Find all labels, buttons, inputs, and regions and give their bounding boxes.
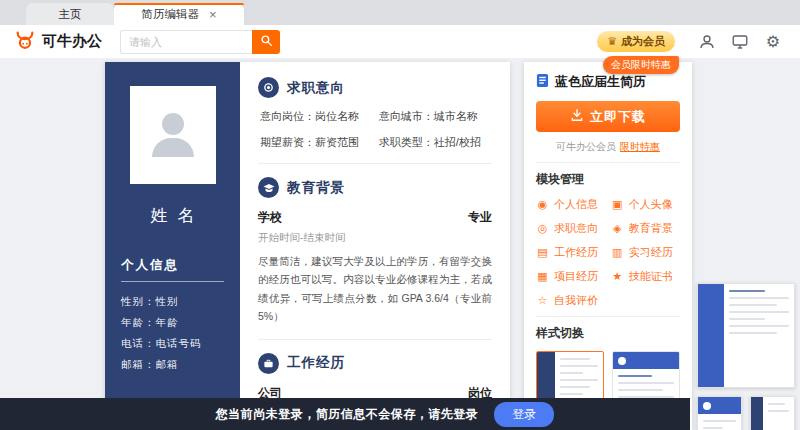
panel-divider <box>536 316 680 317</box>
download-icon <box>570 108 584 125</box>
module-item-certificates[interactable]: ★技能证书 <box>611 269 680 284</box>
self-evaluation-module-icon: ☆ <box>536 294 549 307</box>
intent-type-field[interactable]: 求职类型：社招/校招 <box>379 135 492 150</box>
app-window: 主页 简历编辑器 × 可牛办公 ♛ 成为会员 <box>0 0 800 430</box>
login-notice-text: 您当前尚未登录，简历信息不会保存，请先登录 <box>216 406 479 423</box>
certificates-module-icon: ★ <box>611 270 624 283</box>
login-notice-bar: 您当前尚未登录，简历信息不会保存，请先登录 登录 <box>0 398 690 430</box>
tab-home-label: 主页 <box>59 7 82 22</box>
resume-sidebar: 姓名 个人信息 性别：性别 年龄：年龄 电话：电话号码 邮箱：邮箱 技能证书 <box>105 62 240 430</box>
person-body-icon <box>152 138 194 157</box>
search-box <box>120 30 280 54</box>
app-header: 可牛办公 ♛ 成为会员 会员限时特惠 ⚙ <box>0 25 800 58</box>
search-input[interactable] <box>120 30 252 54</box>
module-item-internship[interactable]: ▥实习经历 <box>611 245 680 260</box>
template-name: 蓝色应届生简历 <box>555 73 646 91</box>
module-item-job-intent[interactable]: ◎求职意向 <box>536 221 609 236</box>
member-area: ♛ 成为会员 会员限时特惠 <box>597 31 675 52</box>
intent-position-field[interactable]: 意向岗位：岗位名称 <box>260 109 379 124</box>
school-field[interactable]: 学校 <box>258 209 282 226</box>
module-label: 教育背景 <box>629 221 673 236</box>
module-item-self-evaluation[interactable]: ☆自我评价 <box>536 293 609 308</box>
member-promo-tooltip: 会员限时特惠 <box>603 56 679 74</box>
gender-field[interactable]: 性别：性别 <box>121 291 224 312</box>
phone-field[interactable]: 电话：电话号码 <box>121 333 224 354</box>
tab-editor-label: 简历编辑器 <box>141 7 199 22</box>
module-label: 自我评价 <box>554 293 598 308</box>
user-avatar-icon[interactable] <box>694 29 720 55</box>
project-module-icon: ▦ <box>536 270 549 283</box>
style-preview-column <box>697 283 795 430</box>
tools-panel: 蓝色应届生简历 立即下载 可牛办公会员限时特惠 模块管理 ◉个人信息 ▣个人头像… <box>524 62 692 430</box>
member-note-text: 可牛办公会员 <box>556 141 616 152</box>
module-item-avatar[interactable]: ▣个人头像 <box>611 197 680 212</box>
become-member-label: 成为会员 <box>621 34 665 49</box>
monitor-icon[interactable] <box>727 29 753 55</box>
member-note: 可牛办公会员限时特惠 <box>536 140 680 154</box>
age-field[interactable]: 年龄：年龄 <box>121 312 224 333</box>
module-label: 个人头像 <box>629 197 673 212</box>
education-title: 教育背景 <box>287 179 345 197</box>
module-label: 个人信息 <box>554 197 598 212</box>
module-grid: ◉个人信息 ▣个人头像 ◎求职意向 ◈教育背景 ▤工作经历 ▥实习经历 ▦项目经… <box>536 197 680 308</box>
work-title: 工作经历 <box>287 354 345 372</box>
major-field[interactable]: 专业 <box>468 209 492 226</box>
avatar-module-icon: ▣ <box>611 198 624 211</box>
settings-gear-icon[interactable]: ⚙ <box>760 29 786 55</box>
education-dates-field[interactable]: 开始时间-结束时间 <box>258 231 492 245</box>
job-intent-module-icon: ◎ <box>536 222 549 235</box>
resume-body: 求职意向 意向岗位：岗位名称 意向城市：城市名称 期望薪资：薪资范围 求职类型：… <box>240 62 510 430</box>
person-head-icon <box>162 113 184 135</box>
template-doc-icon <box>536 73 549 91</box>
search-button[interactable] <box>252 30 280 54</box>
app-logo[interactable]: 可牛办公 <box>14 29 102 54</box>
tab-resume-editor[interactable]: 简历编辑器 × <box>114 3 244 25</box>
resume-name-field[interactable]: 姓名 <box>121 204 224 227</box>
job-intent-header: 求职意向 <box>258 77 492 98</box>
panel-divider <box>536 162 680 163</box>
personal-info-title: 个人信息 <box>121 257 224 282</box>
module-item-personal-info[interactable]: ◉个人信息 <box>536 197 609 212</box>
job-intent-title: 求职意向 <box>287 79 345 97</box>
login-button[interactable]: 登录 <box>494 402 554 427</box>
crown-icon: ♛ <box>607 35 617 48</box>
become-member-button[interactable]: ♛ 成为会员 <box>597 31 675 52</box>
module-label: 工作经历 <box>554 245 598 260</box>
style-preview-large[interactable] <box>697 283 795 388</box>
personal-info-section: 个人信息 性别：性别 年龄：年龄 电话：电话号码 邮箱：邮箱 <box>121 257 224 375</box>
limited-offer-link[interactable]: 限时特惠 <box>620 141 660 152</box>
target-icon <box>258 77 279 98</box>
style-preview-small[interactable] <box>750 396 795 430</box>
module-item-project[interactable]: ▦项目经历 <box>536 269 609 284</box>
graduation-cap-icon <box>258 177 279 198</box>
internship-module-icon: ▥ <box>611 246 624 259</box>
job-intent-fields: 意向岗位：岗位名称 意向城市：城市名称 期望薪资：薪资范围 求职类型：社招/校招 <box>258 109 492 150</box>
module-label: 实习经历 <box>629 245 673 260</box>
education-module-icon: ◈ <box>611 222 624 235</box>
section-divider <box>258 163 492 164</box>
tab-home[interactable]: 主页 <box>26 3 114 25</box>
style-preview-small[interactable] <box>697 396 742 430</box>
styles-title: 样式切换 <box>536 325 680 342</box>
search-icon <box>260 34 273 50</box>
work-header: 工作经历 <box>258 353 492 374</box>
education-row: 学校 专业 <box>258 209 492 226</box>
module-item-education[interactable]: ◈教育背景 <box>611 221 680 236</box>
module-label: 项目经历 <box>554 269 598 284</box>
template-title-row: 蓝色应届生简历 <box>536 73 680 91</box>
module-item-work[interactable]: ▤工作经历 <box>536 245 609 260</box>
section-divider <box>258 339 492 340</box>
download-button[interactable]: 立即下载 <box>536 101 680 132</box>
module-label: 技能证书 <box>629 269 673 284</box>
intent-salary-field[interactable]: 期望薪资：薪资范围 <box>260 135 379 150</box>
tab-bar: 主页 简历编辑器 × <box>0 0 800 25</box>
close-tab-icon[interactable]: × <box>209 8 217 21</box>
intent-city-field[interactable]: 意向城市：城市名称 <box>379 109 492 124</box>
photo-placeholder[interactable] <box>130 86 216 184</box>
email-field[interactable]: 邮箱：邮箱 <box>121 354 224 375</box>
education-header: 教育背景 <box>258 177 492 198</box>
download-label: 立即下载 <box>590 108 646 126</box>
resume-preview: 姓名 个人信息 性别：性别 年龄：年龄 电话：电话号码 邮箱：邮箱 技能证书 求… <box>105 62 510 430</box>
work-module-icon: ▤ <box>536 246 549 259</box>
education-desc-field[interactable]: 尽量简洁，建议写大学及以上的学历，有留学交换的经历也可以写。内容以专业必修课程为… <box>258 252 492 326</box>
